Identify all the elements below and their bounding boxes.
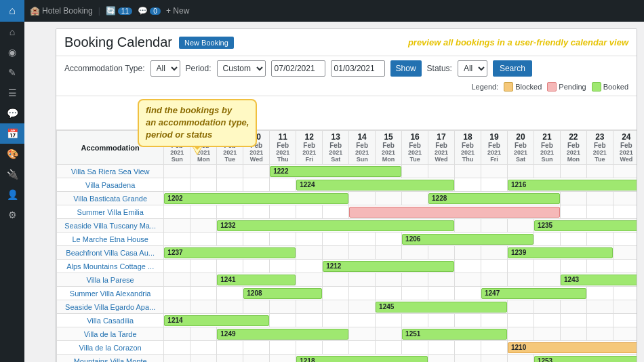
- accommodation-link[interactable]: Villa Sa Riera Sea View: [71, 167, 150, 176]
- new-item[interactable]: + New: [166, 6, 189, 16]
- booking-bar[interactable]: 1206: [402, 234, 534, 245]
- booking-cell: [349, 273, 376, 287]
- accommodation-name-cell: Summer Villa Emilia: [57, 205, 164, 219]
- sidebar-icon-pages[interactable]: ☰: [0, 83, 24, 103]
- booking-bar[interactable]: 1235: [534, 220, 637, 231]
- booking-cell: [507, 355, 534, 363]
- comments-item[interactable]: 💬 0: [138, 6, 161, 16]
- booking-cell: [164, 233, 190, 246]
- booking-bar[interactable]: 1202: [164, 193, 348, 204]
- booking-cell: [560, 300, 586, 314]
- date-to-input[interactable]: [331, 60, 385, 77]
- sidebar-icon-comments[interactable]: 💬: [0, 103, 24, 123]
- wp-logo-icon[interactable]: ⌂: [0, 0, 24, 22]
- table-row: Villa de la Corazon1210: [57, 341, 637, 355]
- accommodation-type-select[interactable]: All: [150, 60, 180, 77]
- booking-bar[interactable]: 1249: [217, 329, 348, 340]
- calendar-container[interactable]: Accommodation 7Feb2021Sun8Feb2021Mon9Feb…: [56, 130, 637, 362]
- new-booking-button[interactable]: New Booking: [179, 37, 234, 49]
- booking-cell: [613, 246, 637, 260]
- booking-cell: [296, 233, 323, 246]
- accommodation-name-cell: Villa la Parese: [57, 273, 164, 287]
- booking-bar[interactable]: 1216: [508, 180, 637, 190]
- booking-cell: [507, 260, 534, 273]
- booking-cell: [402, 273, 428, 287]
- booking-bar[interactable]: [349, 207, 560, 218]
- accommodation-link[interactable]: Seaside Villa Egardo Apa...: [65, 303, 155, 311]
- accommodation-link[interactable]: Villa Pasadena: [85, 181, 135, 189]
- booking-cell: [428, 341, 455, 355]
- booking-cell: 1232: [217, 219, 455, 233]
- booking-cell: [560, 314, 586, 327]
- accommodation-link[interactable]: Villa Basticata Grande: [73, 195, 147, 203]
- booking-bar[interactable]: 1239: [508, 247, 613, 258]
- booking-bar[interactable]: 1253: [534, 356, 637, 363]
- accommodation-link[interactable]: Mountains Villa Monte: [74, 357, 147, 363]
- booking-cell: [534, 165, 560, 178]
- updates-item[interactable]: 🔄 11: [106, 6, 132, 16]
- accommodation-name-cell: Seaside Villa Tuscany Ma...: [57, 219, 164, 233]
- accommodation-link[interactable]: Villa la Parese: [87, 276, 134, 284]
- accommodation-name-cell: Beachfront Villa Casa Au...: [57, 246, 164, 260]
- booking-cell: [164, 165, 190, 178]
- booking-bar[interactable]: 1210: [508, 342, 637, 353]
- booking-bar[interactable]: 1232: [217, 220, 454, 231]
- show-button[interactable]: Show: [390, 60, 422, 77]
- booking-bar[interactable]: 1218: [296, 356, 428, 363]
- booking-bar[interactable]: 1214: [164, 315, 269, 326]
- date-from-input[interactable]: [271, 60, 325, 77]
- booking-bar[interactable]: 1241: [217, 275, 296, 285]
- table-row: Villa Pasadena12241216: [57, 178, 637, 192]
- accommodation-link[interactable]: Villa de la Tarde: [84, 330, 137, 338]
- sidebar-icon-home[interactable]: ⌂: [0, 22, 24, 42]
- accommodation-link[interactable]: Villa de la Corazon: [79, 344, 142, 352]
- booking-bar[interactable]: 1212: [323, 261, 454, 272]
- search-button[interactable]: Search: [493, 60, 532, 77]
- booking-cell: [428, 287, 455, 300]
- status-select[interactable]: All: [458, 60, 487, 77]
- booking-cell: [402, 314, 428, 327]
- sidebar-icon-users[interactable]: 👤: [0, 184, 24, 205]
- accommodation-link[interactable]: Le Marche Etna House: [72, 235, 148, 243]
- table-row: Summer Villa Alexandria12081247: [57, 287, 637, 300]
- sidebar-icon-appearance[interactable]: 🎨: [0, 144, 24, 164]
- date-header-11: 11Feb2021Thu: [270, 131, 296, 165]
- booking-cell: [270, 314, 296, 327]
- accommodation-link[interactable]: Summer Villa Alexandria: [70, 289, 151, 298]
- booking-bar[interactable]: 1222: [270, 166, 401, 177]
- date-header-24: 24Feb2021Wed: [613, 131, 637, 165]
- booking-cell: [481, 355, 507, 363]
- site-name[interactable]: 🏨 Hotel Booking: [30, 6, 93, 16]
- period-select[interactable]: Custom: [217, 60, 266, 77]
- accommodation-link[interactable]: Seaside Villa Tuscany Ma...: [64, 222, 156, 230]
- sidebar-icon-edit[interactable]: ✎: [0, 62, 24, 83]
- sidebar-icon-settings[interactable]: ⚙: [0, 205, 24, 225]
- booking-cell: 1216: [507, 178, 637, 192]
- booking-cell: 1210: [507, 341, 637, 355]
- status-label: Status:: [427, 64, 452, 73]
- booking-bar[interactable]: 1208: [243, 288, 322, 299]
- booking-cell: [349, 327, 376, 341]
- booking-cell: 1245: [376, 300, 508, 314]
- accommodation-link[interactable]: Villa Casadilia: [87, 317, 134, 325]
- booking-bar[interactable]: 1228: [428, 193, 560, 204]
- preview-annotation: preview all bookings in a user-friendly …: [408, 37, 628, 47]
- accommodation-link[interactable]: Summer Villa Emilia: [77, 208, 144, 216]
- booking-bar[interactable]: 1245: [376, 302, 507, 313]
- booking-cell: [217, 165, 243, 178]
- sidebar-icon-circle[interactable]: ◉: [0, 42, 24, 62]
- booking-bar[interactable]: 1243: [561, 275, 637, 285]
- sidebar-icon-calendar[interactable]: 📅: [0, 123, 24, 144]
- booking-bar[interactable]: 1237: [164, 247, 296, 258]
- booking-cell: [349, 205, 561, 219]
- accommodation-link[interactable]: Alps Mountains Cottage ...: [66, 262, 154, 270]
- booking-bar[interactable]: 1224: [296, 180, 454, 190]
- sidebar-icon-plugins[interactable]: 🔌: [0, 164, 24, 184]
- booking-cell: [481, 246, 507, 260]
- accommodation-link[interactable]: Beachfront Villa Casa Au...: [66, 249, 155, 257]
- booking-bar[interactable]: 1251: [402, 329, 507, 340]
- accommodation-name-cell: Mountains Villa Monte: [57, 355, 164, 363]
- booking-cell: [190, 165, 217, 178]
- booking-bar[interactable]: 1247: [481, 288, 586, 299]
- booking-cell: [534, 273, 560, 287]
